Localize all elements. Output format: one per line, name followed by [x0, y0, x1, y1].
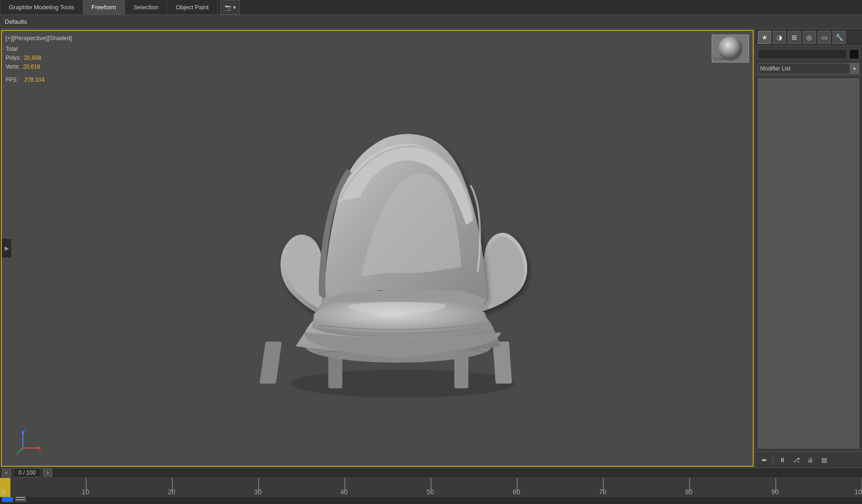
svg-rect-6: [328, 356, 342, 388]
list-icon-btn[interactable]: ▤: [818, 454, 830, 466]
wrench-icon-btn[interactable]: 🔧: [833, 31, 846, 44]
name-field-row: [755, 46, 862, 62]
target-icon-btn[interactable]: ◎: [803, 31, 816, 44]
top-bar: Graphite Modeling Tools Freeform Selecti…: [0, 0, 862, 15]
svg-text:M New: M New: [714, 57, 726, 61]
half-circle-icon-btn[interactable]: ◑: [773, 31, 786, 44]
color-swatch[interactable]: [849, 49, 859, 59]
axis-indicator: Z X Y: [16, 427, 44, 456]
svg-text:0: 0: [1, 488, 5, 496]
right-top-toolbar: ★ ◑ ⊞ ◎ ▭ 🔧: [755, 29, 862, 46]
svg-text:Y: Y: [16, 452, 19, 455]
stats-panel: Total Polys: 20,608 Verts: 20,618 FPS: 2…: [6, 45, 44, 84]
modifier-bottom-toolbar: ⬅ ⏸ ⎇ 🖨 ▤: [755, 451, 862, 468]
timeline-back-btn[interactable]: <: [2, 469, 11, 477]
verts-value: 20,618: [23, 63, 40, 70]
defaults-bar: Defaults: [0, 15, 862, 29]
pin-icon-btn[interactable]: ⬅: [758, 454, 770, 466]
axis-svg: Z X Y: [16, 427, 44, 455]
frame-display: 0 / 100: [13, 468, 41, 477]
right-panel: ★ ◑ ⊞ ◎ ▭ 🔧 Modifier List ▼ ⬅ ⏸ ⎇ 🖨: [755, 29, 862, 468]
svg-text:40: 40: [340, 488, 348, 496]
svg-rect-5: [493, 342, 512, 384]
svg-text:90: 90: [771, 488, 779, 496]
svg-line-15: [18, 448, 23, 453]
tab-graphite[interactable]: Graphite Modeling Tools: [0, 0, 83, 14]
timeline-area: < 0 / 100 > 0 10 20 30 40 50 60 70 8: [0, 468, 862, 491]
tab-object-paint[interactable]: Object Paint: [167, 0, 218, 14]
chair-viewport: [2, 31, 753, 466]
modifier-stack-area: [758, 78, 859, 448]
pause-icon-btn[interactable]: ⏸: [776, 454, 788, 466]
verts-label: Verts:: [6, 63, 20, 70]
material-preview: M New: [712, 35, 749, 63]
svg-text:60: 60: [513, 488, 520, 496]
modifier-dropdown-arrow[interactable]: ▼: [850, 63, 859, 74]
timeline-track[interactable]: 0 10 20 30 40 50 60 70 80 90 100: [0, 477, 862, 497]
timeline-top: < 0 / 100 >: [0, 468, 862, 477]
svg-text:10: 10: [82, 488, 89, 496]
svg-point-3: [291, 370, 515, 398]
timeline-fwd-btn[interactable]: >: [43, 469, 52, 477]
svg-text:Z: Z: [24, 428, 27, 433]
svg-text:50: 50: [426, 488, 434, 496]
tab-freeform[interactable]: Freeform: [83, 0, 125, 14]
camera-dropdown[interactable]: 📷 ▾: [218, 0, 243, 14]
stats-total-label: Total: [6, 46, 17, 52]
print-icon-btn[interactable]: 🖨: [804, 454, 816, 466]
fps-label: FPS:: [6, 77, 18, 83]
svg-rect-4: [260, 342, 282, 384]
play-button[interactable]: ▶: [2, 239, 11, 258]
svg-text:30: 30: [254, 488, 261, 496]
defaults-label: Defaults: [5, 18, 27, 25]
polys-value: 20,608: [24, 55, 41, 61]
viewport-label: [+][Perspective][Shaded]: [6, 35, 72, 42]
chair-svg: [202, 94, 552, 402]
star-icon-btn[interactable]: ★: [758, 31, 771, 44]
modifier-list-row: Modifier List ▼: [755, 62, 862, 76]
svg-rect-43: [16, 499, 25, 500]
svg-text:100: 100: [855, 488, 862, 496]
grid-icon-btn[interactable]: ⊞: [788, 31, 801, 44]
fork-icon-btn[interactable]: ⎇: [790, 454, 802, 466]
timeline-ruler-svg: 0 10 20 30 40 50 60 70 80 90 100: [0, 478, 862, 497]
main-area: [+][Perspective][Shaded] Total Polys: 20…: [0, 29, 862, 468]
toolbar-divider-1: [773, 455, 773, 464]
name-input[interactable]: [758, 49, 847, 59]
svg-text:70: 70: [599, 488, 607, 496]
polys-label: Polys:: [6, 55, 21, 61]
svg-text:X: X: [38, 448, 41, 453]
svg-text:20: 20: [168, 488, 176, 496]
fps-value: 278.104: [24, 77, 44, 83]
modifier-list-dropdown[interactable]: Modifier List: [758, 63, 850, 74]
tab-selection[interactable]: Selection: [125, 0, 167, 14]
rect-icon-btn[interactable]: ▭: [818, 31, 831, 44]
viewport[interactable]: [+][Perspective][Shaded] Total Polys: 20…: [1, 30, 754, 467]
svg-text:80: 80: [685, 488, 692, 496]
